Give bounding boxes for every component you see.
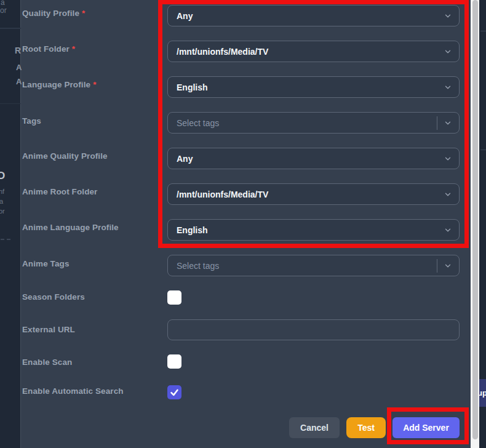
quality-profile-value: Any xyxy=(177,11,193,21)
chevron-down-icon xyxy=(444,83,452,92)
background-text-fragment: A xyxy=(16,63,22,72)
root-folder-value: /mnt/unionfs/Media/TV xyxy=(177,47,268,57)
background-page-right-sliver: up xyxy=(479,0,486,448)
background-text-fragment: nf xyxy=(0,188,4,195)
anime-language-profile-select[interactable]: English xyxy=(167,219,460,241)
background-text-fragment: 'a xyxy=(0,198,3,205)
required-asterisk: * xyxy=(93,80,96,89)
multiselect-separator xyxy=(437,116,437,130)
root-folder-label: Root Folder* xyxy=(22,44,75,54)
background-divider xyxy=(1,239,10,240)
tags-placeholder: Select tags xyxy=(177,118,219,128)
anime-language-profile-value: English xyxy=(177,225,208,235)
anime-quality-profile-select[interactable]: Any xyxy=(167,148,460,169)
background-text-fragment: R xyxy=(15,46,21,55)
check-icon xyxy=(170,388,179,397)
anime-tags-label: Anime Tags xyxy=(22,259,70,268)
background-divider xyxy=(480,31,486,31)
anime-root-folder-label: Anime Root Folder xyxy=(22,187,97,196)
enable-automatic-search-checkbox[interactable] xyxy=(167,385,181,399)
anime-quality-profile-label: Anime Quality Profile xyxy=(22,151,108,161)
enable-scan-label: Enable Scan xyxy=(22,358,72,367)
anime-tags-placeholder: Select tags xyxy=(177,261,219,271)
background-text-fragment: A xyxy=(16,77,22,86)
root-folder-select[interactable]: /mnt/unionfs/Media/TV xyxy=(167,41,460,62)
chevron-down-icon xyxy=(444,154,452,163)
background-text-fragment: or xyxy=(0,6,7,15)
season-folders-checkbox[interactable] xyxy=(167,290,181,305)
enable-scan-checkbox[interactable] xyxy=(167,354,181,369)
background-divider xyxy=(0,103,21,104)
language-profile-label: Language Profile* xyxy=(22,80,96,89)
anime-root-folder-value: /mnt/unionfs/Media/TV xyxy=(177,190,268,199)
add-server-button[interactable]: Add Server xyxy=(392,417,460,438)
background-divider xyxy=(480,150,486,150)
quality-profile-label: Quality Profile* xyxy=(22,9,85,18)
background-button-fragment: up xyxy=(479,379,486,407)
chevron-down-icon[interactable] xyxy=(444,262,452,270)
required-asterisk: * xyxy=(82,9,85,18)
required-asterisk: * xyxy=(72,44,75,54)
scrollbar-track[interactable] xyxy=(471,0,479,448)
background-text-fragment: or xyxy=(0,207,5,215)
test-button[interactable]: Test xyxy=(346,417,386,438)
season-folders-label: Season Folders xyxy=(22,292,85,302)
tags-label: Tags xyxy=(22,116,41,126)
quality-profile-select[interactable]: Any xyxy=(167,5,460,26)
external-url-label: External URL xyxy=(22,325,75,334)
anime-tags-multiselect[interactable]: Select tags xyxy=(167,255,460,276)
anime-quality-profile-value: Any xyxy=(177,154,193,164)
multiselect-separator xyxy=(437,259,437,273)
external-url-input[interactable] xyxy=(167,319,460,340)
enable-automatic-search-label: Enable Automatic Search xyxy=(22,386,124,396)
scrollbar-thumb[interactable] xyxy=(472,0,478,439)
language-profile-value: English xyxy=(177,82,208,92)
chevron-down-icon[interactable] xyxy=(444,119,452,127)
anime-language-profile-label: Anime Language Profile xyxy=(22,223,119,232)
language-profile-select[interactable]: English xyxy=(167,76,460,98)
chevron-down-icon xyxy=(444,47,452,56)
tags-multiselect[interactable]: Select tags xyxy=(167,112,460,134)
chevron-down-icon xyxy=(444,12,452,20)
anime-root-folder-select[interactable]: /mnt/unionfs/Media/TV xyxy=(167,183,460,205)
add-sonarr-server-modal: a or R A A O nf 'a or Quality Profile* A… xyxy=(0,0,486,448)
background-text-fragment: O xyxy=(0,170,5,182)
background-page-left-sliver: a or R A A O nf 'a or xyxy=(0,0,21,448)
background-divider xyxy=(0,28,21,29)
chevron-down-icon xyxy=(444,190,452,199)
cancel-button[interactable]: Cancel xyxy=(289,417,340,438)
chevron-down-icon xyxy=(444,226,452,234)
